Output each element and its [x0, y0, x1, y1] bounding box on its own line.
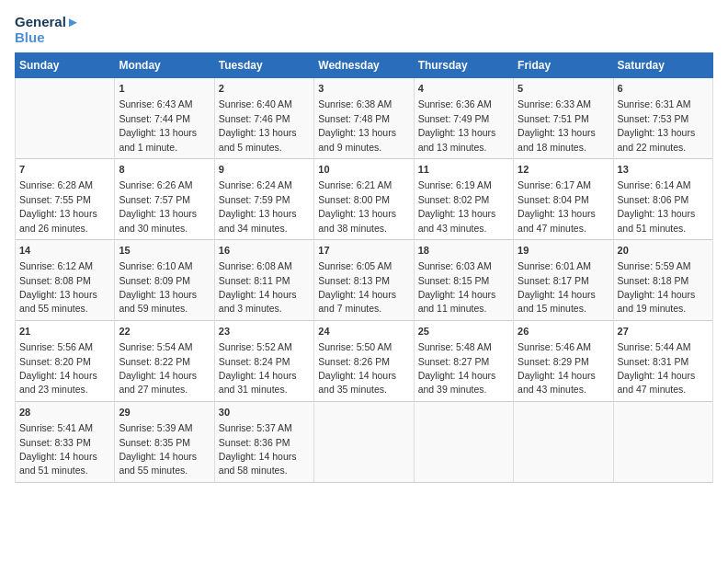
calendar-cell: 10Sunrise: 6:21 AMSunset: 8:00 PMDayligh…	[314, 158, 414, 239]
calendar-cell: 15Sunrise: 6:10 AMSunset: 8:09 PMDayligh…	[115, 239, 214, 320]
calendar-cell	[613, 401, 712, 482]
day-info: Sunrise: 5:46 AMSunset: 8:29 PMDaylight:…	[518, 341, 596, 395]
calendar-cell: 19Sunrise: 6:01 AMSunset: 8:17 PMDayligh…	[514, 239, 613, 320]
day-info: Sunrise: 6:03 AMSunset: 8:15 PMDaylight:…	[418, 260, 496, 314]
calendar-cell: 14Sunrise: 6:12 AMSunset: 8:08 PMDayligh…	[16, 239, 115, 320]
header-cell-monday: Monday	[115, 53, 214, 78]
day-number: 6	[618, 82, 709, 96]
calendar-cell: 3Sunrise: 6:38 AMSunset: 7:48 PMDaylight…	[314, 78, 414, 159]
day-info: Sunrise: 6:26 AMSunset: 7:57 PMDaylight:…	[119, 179, 197, 233]
calendar-cell	[414, 401, 513, 482]
day-number: 5	[518, 82, 609, 96]
day-number: 7	[19, 163, 110, 177]
day-info: Sunrise: 6:36 AMSunset: 7:49 PMDaylight:…	[418, 98, 496, 152]
calendar-cell: 28Sunrise: 5:41 AMSunset: 8:33 PMDayligh…	[16, 401, 115, 482]
day-info: Sunrise: 6:28 AMSunset: 7:55 PMDaylight:…	[19, 179, 97, 233]
calendar-cell: 24Sunrise: 5:50 AMSunset: 8:26 PMDayligh…	[314, 320, 414, 401]
calendar-cell: 2Sunrise: 6:40 AMSunset: 7:46 PMDaylight…	[214, 78, 313, 159]
calendar-cell: 5Sunrise: 6:33 AMSunset: 7:51 PMDaylight…	[514, 78, 613, 159]
logo-text: General►	[15, 15, 80, 30]
day-info: Sunrise: 6:33 AMSunset: 7:51 PMDaylight:…	[518, 98, 596, 152]
calendar-cell: 1Sunrise: 6:43 AMSunset: 7:44 PMDaylight…	[115, 78, 214, 159]
header-cell-sunday: Sunday	[16, 53, 115, 78]
week-row-1: 7Sunrise: 6:28 AMSunset: 7:55 PMDaylight…	[16, 158, 713, 239]
calendar-cell	[514, 401, 613, 482]
calendar-cell: 12Sunrise: 6:17 AMSunset: 8:04 PMDayligh…	[514, 158, 613, 239]
day-info: Sunrise: 5:44 AMSunset: 8:31 PMDaylight:…	[618, 341, 696, 395]
day-info: Sunrise: 5:41 AMSunset: 8:33 PMDaylight:…	[19, 422, 97, 476]
day-number: 25	[418, 325, 509, 339]
calendar-cell: 21Sunrise: 5:56 AMSunset: 8:20 PMDayligh…	[16, 320, 115, 401]
calendar-cell: 11Sunrise: 6:19 AMSunset: 8:02 PMDayligh…	[414, 158, 513, 239]
day-number: 10	[318, 163, 409, 177]
day-number: 27	[618, 325, 709, 339]
day-number: 14	[19, 244, 110, 258]
calendar-cell: 17Sunrise: 6:05 AMSunset: 8:13 PMDayligh…	[314, 239, 414, 320]
day-info: Sunrise: 6:14 AMSunset: 8:06 PMDaylight:…	[618, 179, 696, 233]
day-info: Sunrise: 6:38 AMSunset: 7:48 PMDaylight:…	[318, 98, 396, 152]
header-cell-saturday: Saturday	[613, 53, 712, 78]
week-row-4: 28Sunrise: 5:41 AMSunset: 8:33 PMDayligh…	[16, 401, 713, 482]
logo: General► Blue	[15, 15, 80, 45]
calendar-cell: 30Sunrise: 5:37 AMSunset: 8:36 PMDayligh…	[214, 401, 313, 482]
day-info: Sunrise: 5:52 AMSunset: 8:24 PMDaylight:…	[219, 341, 297, 395]
calendar-cell: 6Sunrise: 6:31 AMSunset: 7:53 PMDaylight…	[613, 78, 712, 159]
day-info: Sunrise: 6:08 AMSunset: 8:11 PMDaylight:…	[219, 260, 297, 314]
day-number: 13	[618, 163, 709, 177]
calendar-header: SundayMondayTuesdayWednesdayThursdayFrid…	[16, 53, 713, 78]
header-cell-tuesday: Tuesday	[214, 53, 313, 78]
day-number: 9	[219, 163, 310, 177]
day-number: 23	[219, 325, 310, 339]
calendar-cell	[314, 401, 414, 482]
header-cell-wednesday: Wednesday	[314, 53, 414, 78]
day-number: 11	[418, 163, 509, 177]
calendar-cell: 18Sunrise: 6:03 AMSunset: 8:15 PMDayligh…	[414, 239, 513, 320]
calendar-cell: 20Sunrise: 5:59 AMSunset: 8:18 PMDayligh…	[613, 239, 712, 320]
day-info: Sunrise: 5:48 AMSunset: 8:27 PMDaylight:…	[418, 341, 496, 395]
day-number: 24	[318, 325, 409, 339]
logo-blue-text: Blue	[15, 30, 45, 46]
calendar-cell: 26Sunrise: 5:46 AMSunset: 8:29 PMDayligh…	[514, 320, 613, 401]
day-info: Sunrise: 6:10 AMSunset: 8:09 PMDaylight:…	[119, 260, 197, 314]
day-info: Sunrise: 6:17 AMSunset: 8:04 PMDaylight:…	[518, 179, 596, 233]
calendar-table: SundayMondayTuesdayWednesdayThursdayFrid…	[15, 52, 713, 483]
day-info: Sunrise: 6:19 AMSunset: 8:02 PMDaylight:…	[418, 179, 496, 233]
day-info: Sunrise: 5:39 AMSunset: 8:35 PMDaylight:…	[119, 422, 197, 476]
day-number: 20	[618, 244, 709, 258]
day-number: 1	[119, 82, 210, 96]
day-info: Sunrise: 6:43 AMSunset: 7:44 PMDaylight:…	[119, 98, 197, 152]
day-info: Sunrise: 6:24 AMSunset: 7:59 PMDaylight:…	[219, 179, 297, 233]
week-row-2: 14Sunrise: 6:12 AMSunset: 8:08 PMDayligh…	[16, 239, 713, 320]
calendar-cell: 23Sunrise: 5:52 AMSunset: 8:24 PMDayligh…	[214, 320, 313, 401]
day-number: 15	[119, 244, 210, 258]
calendar-cell: 27Sunrise: 5:44 AMSunset: 8:31 PMDayligh…	[613, 320, 712, 401]
day-info: Sunrise: 5:50 AMSunset: 8:26 PMDaylight:…	[318, 341, 396, 395]
day-number: 8	[119, 163, 210, 177]
day-number: 16	[219, 244, 310, 258]
logo-container: General► Blue	[15, 15, 80, 45]
day-number: 17	[318, 244, 409, 258]
day-info: Sunrise: 5:56 AMSunset: 8:20 PMDaylight:…	[19, 341, 97, 395]
day-number: 22	[119, 325, 210, 339]
day-number: 2	[219, 82, 310, 96]
day-number: 28	[19, 406, 110, 419]
header-cell-thursday: Thursday	[414, 53, 513, 78]
calendar-cell: 7Sunrise: 6:28 AMSunset: 7:55 PMDaylight…	[16, 158, 115, 239]
day-info: Sunrise: 6:01 AMSunset: 8:17 PMDaylight:…	[518, 260, 596, 314]
calendar-cell: 29Sunrise: 5:39 AMSunset: 8:35 PMDayligh…	[115, 401, 214, 482]
day-info: Sunrise: 6:12 AMSunset: 8:08 PMDaylight:…	[19, 260, 97, 314]
header-row: SundayMondayTuesdayWednesdayThursdayFrid…	[16, 53, 713, 78]
day-info: Sunrise: 6:05 AMSunset: 8:13 PMDaylight:…	[318, 260, 396, 314]
day-number: 4	[418, 82, 509, 96]
day-info: Sunrise: 5:59 AMSunset: 8:18 PMDaylight:…	[618, 260, 696, 314]
day-number: 21	[19, 325, 110, 339]
day-info: Sunrise: 5:37 AMSunset: 8:36 PMDaylight:…	[219, 422, 297, 476]
calendar-cell: 22Sunrise: 5:54 AMSunset: 8:22 PMDayligh…	[115, 320, 214, 401]
day-number: 19	[518, 244, 609, 258]
week-row-3: 21Sunrise: 5:56 AMSunset: 8:20 PMDayligh…	[16, 320, 713, 401]
day-number: 29	[119, 406, 210, 419]
calendar-cell: 9Sunrise: 6:24 AMSunset: 7:59 PMDaylight…	[214, 158, 313, 239]
calendar-cell	[16, 78, 115, 159]
day-info: Sunrise: 6:21 AMSunset: 8:00 PMDaylight:…	[318, 179, 396, 233]
week-row-0: 1Sunrise: 6:43 AMSunset: 7:44 PMDaylight…	[16, 78, 713, 159]
